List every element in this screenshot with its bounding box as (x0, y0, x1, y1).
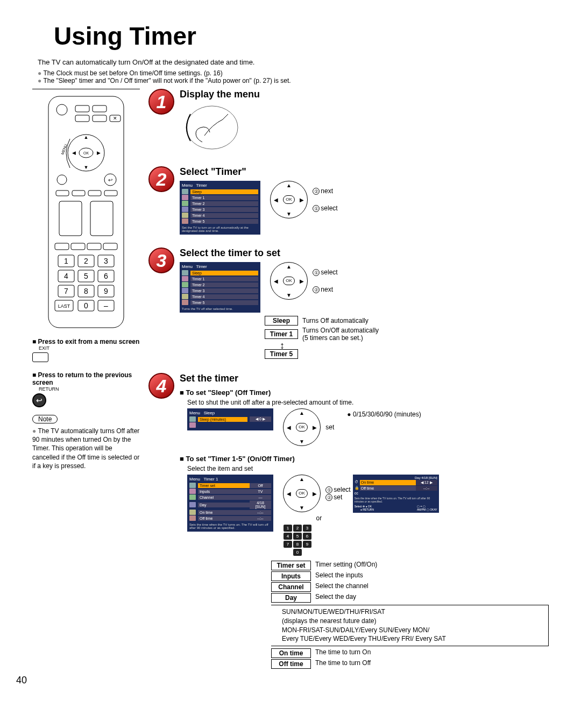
svg-text:3: 3 (104, 257, 108, 265)
svg-point-1 (56, 104, 67, 115)
nav-c2: ② (313, 286, 320, 293)
svg-text:▶: ▶ (97, 150, 101, 156)
sleep-row: Sleep (minutes) (198, 417, 247, 422)
menu-timer2: Timer 2 (190, 201, 258, 206)
svg-text:LAST: LAST (58, 303, 70, 309)
onoff-desc: Sets the time when the TV turns on. The … (189, 523, 271, 529)
step-3-menu: Menu Timer Sleep Timer 1 Timer 2 Timer 3… (180, 262, 260, 313)
note-text: The TV automatically turns Off after 90 … (32, 427, 140, 470)
step-2-badge: 2 (148, 166, 174, 192)
svg-text:↩: ↩ (108, 177, 112, 183)
val-timerset: Off (250, 483, 271, 488)
osd-select: Select (355, 505, 362, 508)
nav-l1: next (321, 187, 333, 195)
val-offtime: --:-- (250, 516, 271, 521)
step-2-title: Select "Timer" (180, 166, 549, 178)
label-sleep-desc: Turns Off automatically (302, 317, 369, 324)
desc-offtime: The time to turn Off (315, 659, 371, 667)
menu-timer2: Timer 2 (190, 282, 258, 287)
nav-l2: set (334, 493, 342, 501)
menu-timer4: Timer 4 (190, 213, 258, 218)
svg-rect-22 (104, 190, 117, 196)
sleep-values: 0/15/30/60/90 (minutes) (353, 411, 421, 418)
svg-rect-20 (72, 190, 85, 196)
svg-rect-23 (59, 201, 82, 236)
menu-sleep: Sleep (190, 271, 258, 275)
svg-rect-24 (90, 201, 113, 236)
label-timer1: Timer 1 (265, 329, 298, 339)
menu-timer5: Timer 5 (190, 219, 258, 224)
svg-text:▼: ▼ (84, 165, 89, 170)
sleep-sub: To set "Sleep" (Off Timer) (180, 388, 549, 397)
step-3-nav: OK▲▼◀▶ ①select ②next (270, 262, 338, 300)
osd-ontime-v: 12 (424, 480, 429, 484)
lbl-day: Day (271, 593, 311, 603)
svg-text:2: 2 (84, 257, 88, 265)
menu-label: Menu (182, 264, 193, 269)
menu-timer3: Timer 3 (190, 207, 258, 212)
row-channel: Channel (198, 495, 250, 500)
label-sleep: Sleep (265, 316, 298, 326)
page-number: 40 (16, 675, 27, 686)
svg-rect-19 (56, 190, 69, 196)
svg-text:◀: ◀ (72, 150, 76, 156)
day-options: SUN/MON/TUE/WED/THU/FRI/SAT (displays th… (271, 605, 549, 646)
menu-label: Menu (189, 411, 200, 415)
svg-point-53 (186, 106, 238, 149)
label-timer5: Timer 5 (265, 349, 298, 359)
val-ontime: --:-- (250, 510, 271, 515)
menu-label: Menu (182, 183, 193, 188)
remote-svg: ✕ MENU OK ▲ ▼ ◀ ▶ ↩ (43, 94, 129, 330)
nav-l1: select (334, 486, 350, 493)
sleep-val: 0 (259, 417, 261, 421)
row-timerset: Timer set (198, 483, 250, 488)
return-key-icon: ↩ (32, 393, 46, 407)
onoff-nav: OK▲▼◀▶ ①select ②set (283, 475, 351, 512)
menu-desc: Set the TV to turn on or off automatical… (182, 226, 258, 232)
step-4-badge: 4 (148, 373, 174, 399)
return-label: RETURN (39, 386, 140, 392)
menu-timer3: Timer 3 (190, 288, 258, 293)
svg-rect-5 (93, 115, 107, 122)
osd-date: 4/18 [SUN] (421, 476, 437, 479)
val-inputs: TV (250, 489, 271, 494)
svg-text:4: 4 (64, 272, 68, 280)
nav-l1: select (321, 268, 337, 276)
svg-text:1: 1 (64, 257, 68, 265)
menu-sleep: Sleep (190, 189, 258, 194)
desc-timerset: Timer setting (Off/On) (315, 561, 377, 568)
exit-label: EXIT (39, 345, 140, 351)
exit-key-icon (32, 352, 48, 362)
lbl-timerset: Timer set (271, 561, 311, 570)
step-3-title: Select the timer to set (180, 248, 549, 259)
menu-button-illustration (180, 103, 244, 152)
osd-okay: OKAY (430, 508, 437, 511)
menu-desc: Turns the TV off after selected time. (182, 307, 258, 310)
row-offtime: Off time (198, 516, 250, 521)
note-pill: Note (32, 415, 58, 423)
osd-return: RETURN (363, 508, 374, 511)
osd-ontime: On time (360, 480, 416, 485)
svg-point-16 (57, 175, 67, 185)
lbl-offtime: Off time (271, 659, 311, 669)
step-1-badge: 1 (148, 89, 174, 115)
row-day: Day (198, 503, 250, 507)
sleep-txt: Set to shut the unit off after a pre-sel… (187, 399, 549, 406)
step-4-title: Set the timer (180, 373, 549, 384)
val-channel: --- (250, 495, 271, 500)
svg-text:5: 5 (84, 272, 88, 280)
lbl-channel: Channel (271, 582, 311, 592)
desc-day: Select the day (315, 593, 356, 600)
svg-rect-26 (71, 243, 85, 250)
osd-ampm: AM/PM (417, 508, 426, 511)
val-day: 4/18 [SUN] (250, 500, 271, 509)
menu-timer4: Timer 4 (190, 294, 258, 299)
nav-c2: ② (325, 494, 332, 501)
desc-inputs: Select the inputs (315, 571, 363, 579)
svg-rect-2 (75, 105, 89, 112)
mini-osd: Day 4/18 [SUN] ⏱On time◀ 12 ▶ 🔒Off time-… (353, 475, 439, 513)
osd-offtime-v: --:-- (416, 486, 437, 491)
exit-heading: Press to exit from a menu screen (32, 338, 140, 345)
sleep-hd: Sleep (204, 411, 215, 415)
svg-text:6: 6 (104, 272, 108, 280)
